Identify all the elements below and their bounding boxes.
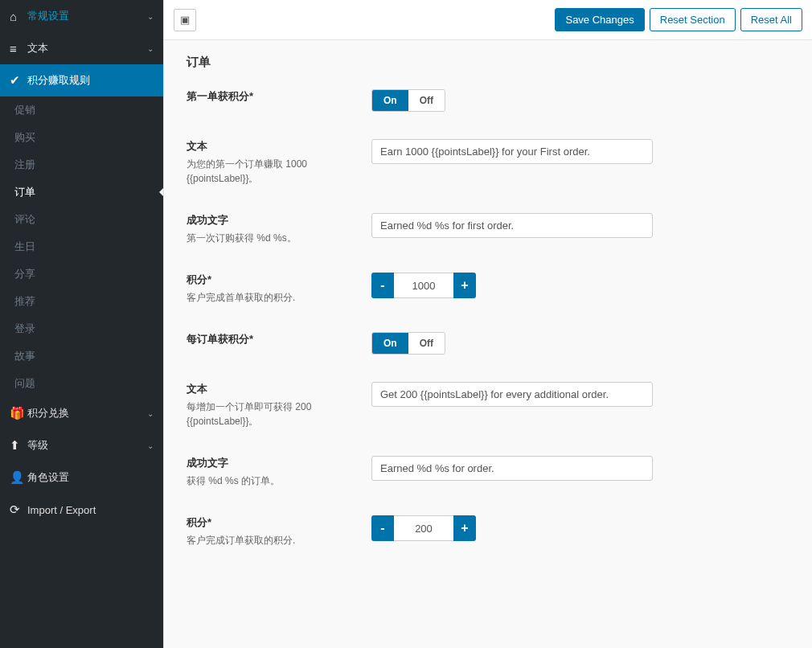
field-desc: 第一次订购获得 %d %s。 — [187, 231, 359, 245]
every-text-input[interactable] — [371, 382, 653, 407]
sidebar-item-text[interactable]: ≡ 文本 ⌄ — [0, 32, 163, 64]
sidebar-item-level[interactable]: ⬆ 等级 ⌄ — [0, 429, 163, 461]
sidebar-item-earn-rules[interactable]: ✔ 积分赚取规则 — [0, 64, 163, 96]
field-desc: 客户完成首单获取的积分. — [187, 290, 359, 305]
field-label: 积分* — [187, 515, 359, 530]
field-label: 文本 — [187, 382, 359, 396]
sidebar-item-label: 等级 — [27, 438, 48, 453]
chevron-down-icon: ⌄ — [147, 409, 154, 418]
toggle-on[interactable]: On — [372, 90, 408, 111]
sidebar-sub-promotion[interactable]: 促销 — [0, 96, 163, 124]
sidebar: ⌂ 常规设置 ⌄ ≡ 文本 ⌄ ✔ 积分赚取规则 促销 购买 注册 订单 评论 … — [0, 0, 163, 648]
toggle-off[interactable]: Off — [408, 90, 445, 111]
reset-all-button[interactable]: Reset All — [740, 8, 802, 31]
field-desc: 每增加一个订单即可获得 200 {{pointsLabel}}。 — [187, 400, 359, 429]
sidebar-item-import-export[interactable]: ⟳ Import / Export — [0, 494, 163, 526]
panel-icon: ▣ — [180, 14, 190, 26]
every-order-toggle[interactable]: On Off — [371, 332, 445, 355]
stepper-minus-button[interactable]: - — [371, 273, 394, 298]
toggle-on[interactable]: On — [372, 333, 408, 354]
sidebar-item-general[interactable]: ⌂ 常规设置 ⌄ — [0, 0, 163, 32]
field-label: 第一单获积分* — [187, 89, 359, 104]
field-label: 文本 — [187, 139, 359, 154]
sidebar-item-redeem[interactable]: 🎁 积分兑换 ⌄ — [0, 397, 163, 429]
sidebar-sub-share[interactable]: 分享 — [0, 260, 163, 288]
sidebar-item-label: 常规设置 — [27, 9, 69, 23]
sidebar-sub-login[interactable]: 登录 — [0, 315, 163, 342]
first-order-toggle[interactable]: On Off — [371, 89, 445, 112]
chevron-down-icon: ⌄ — [147, 12, 154, 21]
sidebar-item-label: 积分兑换 — [27, 406, 69, 420]
gift-icon: 🎁 — [10, 406, 27, 420]
sidebar-item-label: 文本 — [27, 41, 48, 55]
stepper-minus-button[interactable]: - — [371, 515, 394, 541]
list-icon: ≡ — [10, 42, 27, 55]
sidebar-sub-refer[interactable]: 推荐 — [0, 288, 163, 315]
sidebar-item-label: Import / Export — [27, 504, 96, 516]
sidebar-sub-purchase[interactable]: 购买 — [0, 124, 163, 151]
sidebar-sub-review[interactable]: 评论 — [0, 206, 163, 233]
every-points-input[interactable] — [394, 515, 453, 541]
sidebar-sub-question[interactable]: 问题 — [0, 370, 163, 397]
field-desc: 客户完成订单获取的积分. — [187, 533, 359, 548]
first-points-input[interactable] — [394, 273, 453, 298]
chevron-down-icon: ⌄ — [147, 44, 154, 53]
sidebar-sub-birthday[interactable]: 生日 — [0, 233, 163, 260]
check-icon: ✔ — [10, 73, 27, 88]
arrow-up-icon: ⬆ — [10, 438, 27, 453]
stepper-plus-button[interactable]: + — [453, 515, 476, 541]
field-label: 每订单获积分* — [187, 332, 359, 347]
field-label: 积分* — [187, 273, 359, 287]
first-points-stepper: - + — [371, 273, 476, 298]
expand-all-button[interactable]: ▣ — [174, 9, 196, 31]
home-icon: ⌂ — [10, 10, 27, 23]
refresh-icon: ⟳ — [10, 502, 27, 517]
field-label: 成功文字 — [187, 213, 359, 228]
first-text-input[interactable] — [371, 139, 653, 164]
topbar: ▣ Save Changes Reset Section Reset All — [164, 0, 812, 40]
page-title: 订单 — [187, 55, 789, 70]
reset-section-button[interactable]: Reset Section — [650, 8, 736, 31]
save-button[interactable]: Save Changes — [555, 8, 644, 31]
sidebar-sub-order[interactable]: 订单 — [0, 178, 163, 206]
sidebar-sub-story[interactable]: 故事 — [0, 342, 163, 370]
chevron-down-icon: ⌄ — [147, 441, 154, 450]
sidebar-item-label: 角色设置 — [27, 470, 69, 485]
toggle-off[interactable]: Off — [408, 333, 445, 354]
field-label: 成功文字 — [187, 456, 359, 470]
every-points-stepper: - + — [371, 515, 476, 541]
user-icon: 👤 — [10, 470, 27, 485]
first-success-input[interactable] — [371, 213, 653, 238]
sidebar-sub-register[interactable]: 注册 — [0, 151, 163, 178]
field-desc: 获得 %d %s 的订单。 — [187, 474, 359, 488]
sidebar-item-label: 积分赚取规则 — [27, 73, 90, 88]
sidebar-item-role[interactable]: 👤 角色设置 — [0, 461, 163, 494]
stepper-plus-button[interactable]: + — [453, 273, 476, 298]
field-desc: 为您的第一个订单赚取 1000 {{pointsLabel}}。 — [187, 157, 359, 186]
every-success-input[interactable] — [371, 456, 653, 481]
